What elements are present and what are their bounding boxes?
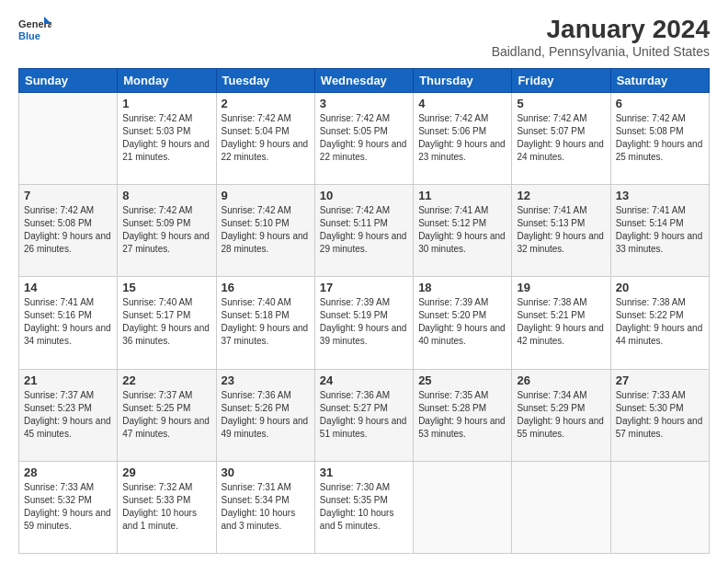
day-number: 27 bbox=[616, 373, 704, 387]
day-info: Sunrise: 7:42 AM Sunset: 5:04 PM Dayligh… bbox=[222, 112, 310, 164]
day-info: Sunrise: 7:37 AM Sunset: 5:23 PM Dayligh… bbox=[24, 389, 112, 441]
day-info: Sunrise: 7:37 AM Sunset: 5:25 PM Dayligh… bbox=[122, 389, 210, 441]
day-info: Sunrise: 7:36 AM Sunset: 5:27 PM Dayligh… bbox=[320, 389, 408, 441]
col-tuesday: Tuesday bbox=[216, 69, 314, 93]
day-number: 11 bbox=[418, 189, 506, 202]
calendar-cell: 6Sunrise: 7:42 AM Sunset: 5:08 PM Daylig… bbox=[610, 93, 709, 185]
day-info: Sunrise: 7:36 AM Sunset: 5:26 PM Dayligh… bbox=[222, 389, 310, 441]
day-info: Sunrise: 7:41 AM Sunset: 5:14 PM Dayligh… bbox=[616, 204, 704, 256]
calendar-cell: 18Sunrise: 7:39 AM Sunset: 5:20 PM Dayli… bbox=[414, 277, 512, 369]
calendar-cell: 25Sunrise: 7:35 AM Sunset: 5:28 PM Dayli… bbox=[414, 369, 512, 461]
day-number: 19 bbox=[517, 281, 605, 294]
title-area: January 2024 Baidland, Pennsylvania, Uni… bbox=[492, 15, 710, 59]
day-number: 6 bbox=[616, 97, 704, 110]
calendar-cell: 8Sunrise: 7:42 AM Sunset: 5:09 PM Daylig… bbox=[118, 185, 216, 277]
calendar-cell: 23Sunrise: 7:36 AM Sunset: 5:26 PM Dayli… bbox=[216, 369, 314, 461]
day-number: 21 bbox=[24, 373, 112, 387]
calendar-cell: 20Sunrise: 7:38 AM Sunset: 5:22 PM Dayli… bbox=[610, 277, 709, 369]
day-info: Sunrise: 7:30 AM Sunset: 5:35 PM Dayligh… bbox=[320, 481, 408, 533]
day-number: 10 bbox=[320, 189, 408, 202]
day-number: 8 bbox=[122, 189, 210, 202]
header-row: Sunday Monday Tuesday Wednesday Thursday… bbox=[19, 69, 710, 93]
day-number: 18 bbox=[418, 281, 506, 294]
table-row: 28Sunrise: 7:33 AM Sunset: 5:32 PM Dayli… bbox=[19, 461, 710, 553]
calendar-cell: 14Sunrise: 7:41 AM Sunset: 5:16 PM Dayli… bbox=[19, 277, 118, 369]
calendar-cell: 7Sunrise: 7:42 AM Sunset: 5:08 PM Daylig… bbox=[19, 185, 118, 277]
calendar-table: Sunday Monday Tuesday Wednesday Thursday… bbox=[18, 68, 710, 554]
day-info: Sunrise: 7:41 AM Sunset: 5:12 PM Dayligh… bbox=[418, 204, 506, 256]
day-number: 13 bbox=[616, 189, 704, 202]
day-info: Sunrise: 7:35 AM Sunset: 5:28 PM Dayligh… bbox=[418, 389, 506, 441]
calendar-cell: 16Sunrise: 7:40 AM Sunset: 5:18 PM Dayli… bbox=[216, 277, 314, 369]
day-info: Sunrise: 7:42 AM Sunset: 5:08 PM Dayligh… bbox=[616, 112, 704, 164]
calendar-cell: 17Sunrise: 7:39 AM Sunset: 5:19 PM Dayli… bbox=[314, 277, 413, 369]
calendar-cell bbox=[512, 461, 610, 553]
day-info: Sunrise: 7:40 AM Sunset: 5:17 PM Dayligh… bbox=[122, 296, 210, 348]
table-row: 21Sunrise: 7:37 AM Sunset: 5:23 PM Dayli… bbox=[19, 369, 710, 461]
calendar-cell: 15Sunrise: 7:40 AM Sunset: 5:17 PM Dayli… bbox=[118, 277, 216, 369]
day-info: Sunrise: 7:42 AM Sunset: 5:06 PM Dayligh… bbox=[418, 112, 506, 164]
day-info: Sunrise: 7:38 AM Sunset: 5:22 PM Dayligh… bbox=[616, 296, 704, 348]
table-row: 1Sunrise: 7:42 AM Sunset: 5:03 PM Daylig… bbox=[19, 93, 710, 185]
calendar-cell: 24Sunrise: 7:36 AM Sunset: 5:27 PM Dayli… bbox=[314, 369, 413, 461]
col-monday: Monday bbox=[118, 69, 216, 93]
day-number: 9 bbox=[222, 189, 310, 202]
day-number: 28 bbox=[24, 465, 112, 479]
day-number: 20 bbox=[616, 281, 704, 294]
header: General Blue January 2024 Baidland, Penn… bbox=[18, 15, 710, 59]
day-number: 4 bbox=[418, 97, 506, 110]
month-year: January 2024 bbox=[492, 15, 710, 44]
day-info: Sunrise: 7:33 AM Sunset: 5:32 PM Dayligh… bbox=[24, 481, 112, 533]
location: Baidland, Pennsylvania, United States bbox=[492, 44, 710, 59]
svg-text:Blue: Blue bbox=[18, 30, 40, 41]
logo-icon: General Blue bbox=[18, 15, 51, 42]
calendar-cell: 29Sunrise: 7:32 AM Sunset: 5:33 PM Dayli… bbox=[118, 461, 216, 553]
calendar-cell: 22Sunrise: 7:37 AM Sunset: 5:25 PM Dayli… bbox=[118, 369, 216, 461]
calendar-cell: 13Sunrise: 7:41 AM Sunset: 5:14 PM Dayli… bbox=[610, 185, 709, 277]
day-number: 2 bbox=[222, 97, 310, 110]
calendar-cell: 1Sunrise: 7:42 AM Sunset: 5:03 PM Daylig… bbox=[118, 93, 216, 185]
day-info: Sunrise: 7:42 AM Sunset: 5:05 PM Dayligh… bbox=[320, 112, 408, 164]
calendar-cell: 4Sunrise: 7:42 AM Sunset: 5:06 PM Daylig… bbox=[414, 93, 512, 185]
day-number: 17 bbox=[320, 281, 408, 294]
day-number: 30 bbox=[222, 465, 310, 479]
day-info: Sunrise: 7:33 AM Sunset: 5:30 PM Dayligh… bbox=[616, 389, 704, 441]
day-info: Sunrise: 7:39 AM Sunset: 5:20 PM Dayligh… bbox=[418, 296, 506, 348]
calendar-cell: 3Sunrise: 7:42 AM Sunset: 5:05 PM Daylig… bbox=[314, 93, 413, 185]
calendar-cell bbox=[19, 93, 118, 185]
calendar-cell: 2Sunrise: 7:42 AM Sunset: 5:04 PM Daylig… bbox=[216, 93, 314, 185]
day-info: Sunrise: 7:42 AM Sunset: 5:11 PM Dayligh… bbox=[320, 204, 408, 256]
calendar-cell: 5Sunrise: 7:42 AM Sunset: 5:07 PM Daylig… bbox=[512, 93, 610, 185]
day-number: 3 bbox=[320, 97, 408, 110]
calendar-cell bbox=[414, 461, 512, 553]
day-info: Sunrise: 7:34 AM Sunset: 5:29 PM Dayligh… bbox=[517, 389, 605, 441]
calendar-cell: 10Sunrise: 7:42 AM Sunset: 5:11 PM Dayli… bbox=[314, 185, 413, 277]
day-info: Sunrise: 7:32 AM Sunset: 5:33 PM Dayligh… bbox=[122, 481, 210, 533]
day-number: 23 bbox=[222, 373, 310, 387]
col-saturday: Saturday bbox=[610, 69, 709, 93]
col-thursday: Thursday bbox=[414, 69, 512, 93]
day-number: 14 bbox=[24, 281, 112, 294]
col-friday: Friday bbox=[512, 69, 610, 93]
day-number: 5 bbox=[517, 97, 605, 110]
col-wednesday: Wednesday bbox=[314, 69, 413, 93]
day-number: 24 bbox=[320, 373, 408, 387]
day-info: Sunrise: 7:42 AM Sunset: 5:08 PM Dayligh… bbox=[24, 204, 112, 256]
calendar-cell: 9Sunrise: 7:42 AM Sunset: 5:10 PM Daylig… bbox=[216, 185, 314, 277]
day-number: 16 bbox=[222, 281, 310, 294]
day-number: 29 bbox=[122, 465, 210, 479]
calendar-cell: 19Sunrise: 7:38 AM Sunset: 5:21 PM Dayli… bbox=[512, 277, 610, 369]
day-info: Sunrise: 7:41 AM Sunset: 5:16 PM Dayligh… bbox=[24, 296, 112, 348]
calendar-cell: 30Sunrise: 7:31 AM Sunset: 5:34 PM Dayli… bbox=[216, 461, 314, 553]
calendar-cell: 21Sunrise: 7:37 AM Sunset: 5:23 PM Dayli… bbox=[19, 369, 118, 461]
day-info: Sunrise: 7:38 AM Sunset: 5:21 PM Dayligh… bbox=[517, 296, 605, 348]
page: General Blue January 2024 Baidland, Penn… bbox=[0, 0, 728, 563]
calendar-cell bbox=[610, 461, 709, 553]
day-info: Sunrise: 7:40 AM Sunset: 5:18 PM Dayligh… bbox=[222, 296, 310, 348]
calendar-cell: 28Sunrise: 7:33 AM Sunset: 5:32 PM Dayli… bbox=[19, 461, 118, 553]
day-number: 7 bbox=[24, 189, 112, 202]
logo: General Blue bbox=[18, 15, 51, 42]
day-info: Sunrise: 7:42 AM Sunset: 5:09 PM Dayligh… bbox=[122, 204, 210, 256]
day-number: 31 bbox=[320, 465, 408, 479]
calendar-cell: 31Sunrise: 7:30 AM Sunset: 5:35 PM Dayli… bbox=[314, 461, 413, 553]
